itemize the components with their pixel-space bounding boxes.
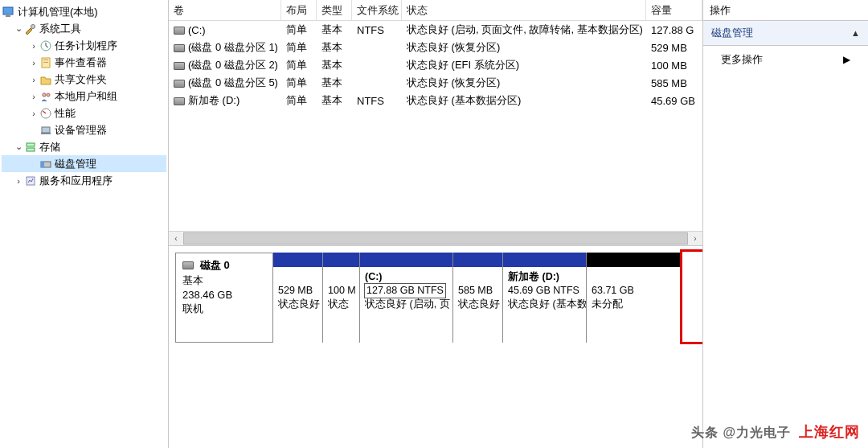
tree-label: 磁盘管理 — [55, 157, 96, 171]
expand-icon[interactable]: › — [29, 109, 39, 118]
volume-icon — [174, 62, 185, 70]
svg-rect-6 — [43, 62, 48, 63]
tree-system-tools[interactable]: ⌄ 系统工具 — [2, 20, 166, 37]
table-row[interactable]: (C:)简单基本NTFS状态良好 (启动, 页面文件, 故障转储, 基本数据分区… — [169, 21, 702, 39]
disk-mgmt-icon — [39, 158, 53, 171]
disk-type: 基本 — [182, 273, 266, 288]
col-status[interactable]: 状态 — [402, 0, 646, 20]
table-row[interactable]: (磁盘 0 磁盘分区 5)简单基本状态良好 (恢复分区)585 MB — [169, 74, 702, 92]
actions-group-label: 磁盘管理 — [711, 26, 753, 40]
volume-table-body: (C:)简单基本NTFS状态良好 (启动, 页面文件, 故障转储, 基本数据分区… — [169, 21, 702, 231]
caret-up-icon: ▲ — [851, 28, 860, 38]
partition-stripe — [273, 253, 322, 267]
tree-event-viewer[interactable]: › 事件查看器 — [2, 54, 166, 71]
scroll-thumb[interactable] — [183, 232, 688, 245]
tree-local-users[interactable]: › 本地用户和组 — [2, 88, 166, 105]
svg-rect-10 — [42, 127, 50, 133]
tree-label: 存储 — [39, 140, 60, 154]
tree-root[interactable]: 计算机管理(本地) — [2, 3, 166, 20]
partition[interactable]: 100 M状态 — [323, 253, 360, 343]
expand-icon[interactable]: › — [29, 58, 39, 68]
scroll-track[interactable] — [183, 232, 688, 245]
collapse-icon[interactable]: ⌄ — [14, 23, 23, 34]
tree-performance[interactable]: › 性能 — [2, 105, 166, 121]
nav-tree: 计算机管理(本地) ⌄ 系统工具 › 任务计划程序 › 事件查看器 › — [0, 0, 169, 448]
volume-icon — [174, 44, 185, 52]
tree-root-label: 计算机管理(本地) — [18, 5, 98, 19]
clock-icon — [39, 39, 53, 52]
expand-icon[interactable]: › — [29, 75, 39, 84]
tree-label: 服务和应用程序 — [39, 174, 113, 188]
event-icon — [39, 56, 53, 69]
storage-icon — [23, 141, 38, 154]
computer-icon — [2, 6, 16, 18]
disk-title: 磁盘 0 — [200, 258, 230, 273]
partition-stripe — [587, 253, 682, 267]
tree-label: 事件查看器 — [55, 55, 107, 70]
tree-storage[interactable]: ⌄ 存储 — [2, 138, 166, 155]
col-volume[interactable]: 卷 — [169, 0, 281, 20]
expand-icon[interactable]: › — [14, 176, 23, 186]
tree-services-apps[interactable]: › 服务和应用程序 — [2, 172, 166, 189]
volume-table: 卷 布局 类型 文件系统 状态 容量 (C:)简单基本NTFS状态良好 (启动,… — [169, 0, 702, 246]
actions-pane: 操作 磁盘管理 ▲ 更多操作 ▶ — [703, 0, 868, 448]
svg-rect-0 — [3, 7, 13, 14]
partition-stripe — [323, 253, 359, 267]
users-icon — [39, 90, 53, 103]
partition-stripe — [360, 253, 452, 267]
partition[interactable]: (C:)127.88 GB NTFS状态良好 (启动, 页 — [360, 253, 453, 343]
caret-right-icon: ▶ — [843, 54, 850, 65]
svg-rect-13 — [27, 148, 35, 151]
disk-partitions: 529 MB状态良好 100 M状态(C:)127.88 GB NTFS状态良好… — [273, 253, 696, 343]
tree-label: 设备管理器 — [55, 123, 107, 138]
tree-shared-folders[interactable]: › 共享文件夹 — [2, 71, 166, 88]
device-icon — [39, 124, 53, 137]
partition[interactable]: 529 MB状态良好 — [273, 253, 323, 343]
partition[interactable]: 新加卷 (D:)45.69 GB NTFS状态良好 (基本数 — [503, 253, 587, 343]
table-row[interactable]: (磁盘 0 磁盘分区 1)简单基本状态良好 (恢复分区)529 MB — [169, 39, 702, 56]
col-layout[interactable]: 布局 — [281, 0, 317, 20]
volume-icon — [174, 80, 185, 88]
table-row[interactable]: (磁盘 0 磁盘分区 2)简单基本状态良好 (EFI 系统分区)100 MB — [169, 56, 702, 74]
services-icon — [23, 175, 38, 187]
svg-rect-1 — [6, 15, 10, 17]
folder-share-icon — [39, 73, 53, 86]
disk-icon — [182, 261, 194, 269]
partition[interactable]: 63.71 GB未分配 — [587, 253, 682, 343]
tree-label: 系统工具 — [39, 22, 81, 36]
tree-task-scheduler[interactable]: › 任务计划程序 — [2, 37, 166, 54]
horizontal-scrollbar[interactable]: ‹ › — [169, 231, 702, 245]
actions-group[interactable]: 磁盘管理 ▲ — [703, 21, 868, 46]
tree-label: 本地用户和组 — [55, 89, 117, 104]
tree-device-manager[interactable]: · 设备管理器 — [2, 121, 166, 138]
disk-info[interactable]: 磁盘 0 基本 238.46 GB 联机 — [175, 253, 273, 343]
svg-rect-11 — [41, 133, 51, 134]
col-capacity[interactable]: 容量 — [646, 0, 702, 20]
actions-more-label: 更多操作 — [721, 52, 763, 67]
tools-icon — [23, 23, 38, 35]
disk-map: 磁盘 0 基本 238.46 GB 联机 529 MB状态良好 100 M状态(… — [169, 246, 702, 448]
volume-icon — [174, 97, 185, 105]
svg-rect-12 — [27, 143, 35, 146]
tree-label: 共享文件夹 — [55, 72, 107, 87]
partition-stripe — [453, 253, 502, 267]
table-row[interactable]: 新加卷 (D:)简单基本NTFS状态良好 (基本数据分区)45.69 GB — [169, 92, 702, 109]
scroll-left-icon[interactable]: ‹ — [169, 232, 183, 245]
scroll-right-icon[interactable]: › — [688, 232, 702, 245]
disk-row: 磁盘 0 基本 238.46 GB 联机 529 MB状态良好 100 M状态(… — [175, 253, 696, 343]
partition[interactable]: 585 MB状态良好 — [453, 253, 503, 343]
svg-point-7 — [43, 92, 46, 96]
disk-size: 238.46 GB — [182, 289, 266, 301]
actions-more[interactable]: 更多操作 ▶ — [703, 46, 868, 73]
expand-icon[interactable]: › — [29, 41, 39, 51]
expand-icon[interactable]: › — [29, 92, 39, 101]
volume-icon — [174, 27, 185, 35]
performance-icon — [39, 107, 53, 120]
col-fs[interactable]: 文件系统 — [352, 0, 402, 20]
main-content: 卷 布局 类型 文件系统 状态 容量 (C:)简单基本NTFS状态良好 (启动,… — [169, 0, 703, 448]
svg-point-2 — [31, 24, 35, 28]
collapse-icon[interactable]: ⌄ — [14, 142, 23, 152]
tree-disk-management[interactable]: · 磁盘管理 — [2, 155, 166, 172]
partition-stripe — [503, 253, 586, 267]
col-type[interactable]: 类型 — [317, 0, 352, 20]
